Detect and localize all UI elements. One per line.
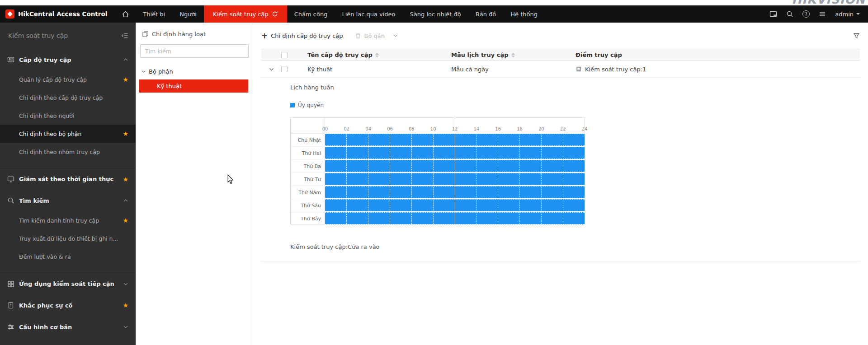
weekly-schedule-title: Lịch hàng tuần	[290, 84, 860, 92]
search-icon[interactable]	[786, 10, 793, 18]
sidebar-item-identity-search[interactable]: Tìm kiếm danh tính truy cập ★	[0, 211, 136, 229]
sidebar-group-troubleshooting[interactable]: Khắc phục sự cố ★	[0, 294, 136, 316]
sort-icon[interactable]	[375, 53, 379, 57]
schedule-track[interactable]	[325, 199, 585, 212]
schedule-track[interactable]	[325, 133, 585, 146]
tree-item-department[interactable]: Kỹ thuật	[139, 79, 248, 93]
assign-access-level-button[interactable]: + Chỉ định cấp độ truy cập	[261, 32, 343, 40]
sidebar-item-label: Chỉ định theo nhóm truy cập	[19, 149, 100, 155]
nav-menu: Thiết bị Người Kiểm soát truy cập Chấm c…	[136, 5, 545, 23]
sidebar-item-label: Chỉ định theo cấp độ truy cập	[19, 94, 103, 101]
chevron-down-icon[interactable]	[393, 33, 398, 38]
sidebar-item-label: Tìm kiếm danh tính truy cập	[19, 217, 99, 224]
sidebar-item-label: Chỉ định theo bộ phận	[19, 131, 81, 137]
sidebar-item-device-data-retrieval[interactable]: Truy xuất dữ liệu do thiết bị ghi n...	[0, 229, 136, 247]
sidebar: Kiểm soát truy cập Cấp độ truy cập Quản …	[0, 23, 136, 345]
sidebar-item-assign-by-access-level[interactable]: Chỉ định theo cấp độ truy cập	[0, 89, 136, 107]
day-label: Thứ Hai	[291, 146, 325, 159]
cell-schedule-template: Mẫu cả ngày	[451, 66, 576, 73]
sidebar-group-label: Cấp độ truy cập	[19, 56, 71, 63]
tree-node-department[interactable]: Bộ phận	[136, 66, 253, 77]
sidebar-group-access-application[interactable]: Ứng dụng kiểm soát tiếp cận	[0, 273, 136, 294]
hour-label: 02	[344, 126, 349, 131]
schedule-track[interactable]	[325, 186, 585, 199]
tree-node-label: Bộ phận	[149, 68, 173, 75]
favorite-star-icon[interactable]: ★	[123, 302, 128, 308]
sort-icon[interactable]	[511, 53, 515, 57]
button-label: Chỉ định cấp độ truy cập	[271, 33, 343, 39]
search-icon	[7, 197, 14, 204]
hour-label: 10	[430, 126, 436, 131]
select-all-checkbox[interactable]	[281, 52, 288, 58]
collapse-sidebar-icon[interactable]	[121, 32, 128, 39]
day-label: Thứ Bảy	[291, 212, 325, 225]
sidebar-item-label: Đếm lượt vào & ra	[19, 253, 71, 260]
batch-assign-icon	[142, 31, 149, 37]
table-row[interactable]: Kỹ thuật Mẫu cả ngày Kiểm soát truy cập:…	[261, 61, 860, 78]
user-menu[interactable]: admin	[835, 11, 860, 18]
schedule-track[interactable]	[325, 159, 585, 172]
monitor-icon	[7, 176, 14, 183]
schedule-track[interactable]	[325, 212, 585, 225]
nav-item-label: Hệ thống	[510, 11, 538, 18]
sidebar-group-search[interactable]: Tìm kiếm	[0, 190, 136, 211]
collapse-row-icon[interactable]	[269, 66, 274, 72]
schedule-track[interactable]	[325, 146, 585, 159]
favorite-star-icon[interactable]: ★	[123, 176, 128, 182]
panel-header: Chỉ định hàng loạt	[136, 29, 253, 39]
wallboard-icon[interactable]	[769, 10, 777, 18]
app-title: HikCentral Access Control	[18, 10, 107, 18]
hour-label: 14	[473, 126, 479, 131]
chevron-down-icon	[141, 69, 146, 74]
schedule-track[interactable]	[325, 172, 585, 186]
apps-icon	[7, 280, 14, 288]
favorite-star-icon[interactable]: ★	[123, 76, 128, 83]
sidebar-group-label: Tìm kiếm	[19, 197, 49, 204]
hikvision-watermark: HIKVISION	[792, 0, 865, 5]
nav-item-system[interactable]: Hệ thống	[503, 5, 545, 23]
home-icon[interactable]	[122, 10, 129, 18]
sidebar-item-assign-by-department[interactable]: Chỉ định theo bộ phận ★	[0, 125, 136, 143]
row-checkbox[interactable]	[281, 66, 288, 72]
column-header-schedule-template: Mẫu lịch truy cập	[451, 51, 509, 58]
nav-item-video-intercom[interactable]: Liên lạc qua video	[335, 5, 402, 23]
sidebar-group-label: Khắc phục sự cố	[19, 302, 73, 309]
sidebar-title: Kiểm soát truy cập	[8, 32, 68, 39]
nav-item-temperature-screening[interactable]: Sàng lọc nhiệt độ	[403, 5, 468, 23]
search-input[interactable]	[140, 44, 249, 58]
nav-item-person[interactable]: Người	[172, 5, 204, 23]
sidebar-item-assign-by-person[interactable]: Chỉ định theo người	[0, 107, 136, 125]
menu-icon[interactable]	[819, 10, 826, 18]
favorite-star-icon[interactable]: ★	[123, 217, 128, 224]
schedule-legend: Ủy quyền	[290, 102, 860, 108]
schedule-day-row: Thứ Hai	[291, 146, 585, 159]
nav-item-access-control[interactable]: Kiểm soát truy cập	[204, 5, 287, 23]
sidebar-item-label: Truy xuất dữ liệu do thiết bị ghi n...	[19, 235, 118, 242]
chevron-down-icon	[856, 13, 860, 15]
row-detail: Lịch hàng tuần Ủy quyền 00 02 04 06 08 1…	[261, 78, 860, 261]
sidebar-group-realtime-monitoring[interactable]: Giám sát theo thời gian thực ★	[0, 168, 136, 190]
favorite-star-icon[interactable]: ★	[123, 131, 128, 137]
nav-item-label: Thiết bị	[143, 11, 165, 18]
sidebar-item-manage-access-levels[interactable]: Quản lý cấp độ truy cập ★	[0, 70, 136, 89]
sidebar-group-basic-configuration[interactable]: Cấu hình cơ bản	[0, 316, 136, 338]
sidebar-group-access-level[interactable]: Cấp độ truy cập	[0, 49, 136, 70]
filter-icon[interactable]	[853, 33, 860, 39]
hour-label: 00	[322, 126, 328, 131]
sidebar-item-assign-by-access-group[interactable]: Chỉ định theo nhóm truy cập	[0, 143, 136, 161]
nav-item-map[interactable]: Bản đồ	[468, 5, 503, 23]
schedule-hours-header: 00 02 04 06 08 10 12 14 16 18 20 22 24	[291, 118, 585, 133]
chevron-up-icon	[123, 57, 128, 62]
app-window: HIKVISION HikCentral Access Control Thiế…	[0, 0, 868, 345]
column-header-access-point: Điểm truy cập	[576, 51, 860, 58]
mouse-cursor	[227, 174, 234, 184]
nav-right-tools: ? admin	[769, 10, 868, 18]
help-icon[interactable]: ?	[802, 10, 810, 18]
refresh-icon[interactable]	[272, 11, 278, 17]
unassign-button[interactable]: Bỏ gán	[355, 33, 385, 39]
nav-item-label: Sàng lọc nhiệt độ	[410, 11, 461, 18]
sidebar-item-entry-exit-counting[interactable]: Đếm lượt vào & ra	[0, 247, 136, 266]
nav-item-devices[interactable]: Thiết bị	[136, 5, 172, 23]
nav-item-attendance[interactable]: Chấm công	[287, 5, 335, 23]
hour-label: 08	[409, 126, 415, 131]
